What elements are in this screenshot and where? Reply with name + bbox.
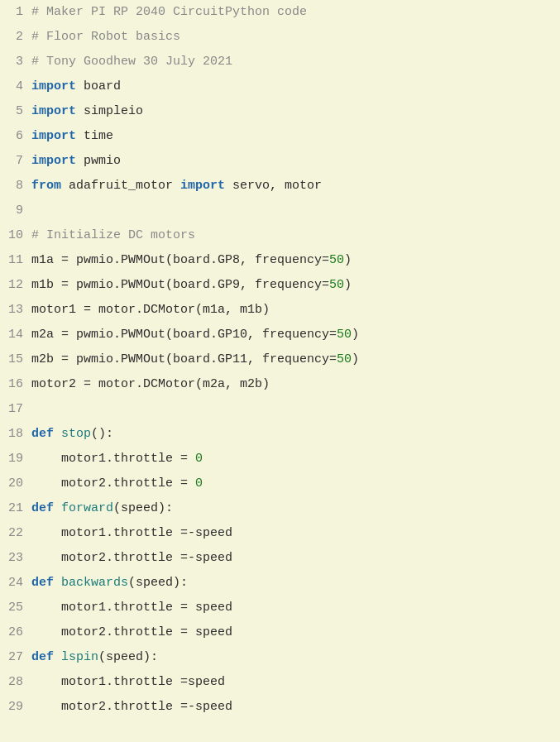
code-line: 13motor1 = motor.DCMotor(m1a, m1b) xyxy=(0,298,560,323)
line-content: motor1.throttle = 0 xyxy=(31,447,560,472)
line-number: 17 xyxy=(0,397,31,422)
token-comment: # Maker PI RP 2040 CircuitPython code xyxy=(31,5,307,19)
line-content: def lspin(speed): xyxy=(31,645,560,670)
line-number: 15 xyxy=(0,347,31,372)
line-content: m2b = pwmio.PWMOut(board.GP11, frequency… xyxy=(31,347,560,372)
line-number: 24 xyxy=(0,571,31,596)
code-line: 7import pwmio xyxy=(0,149,560,174)
token-fn-name: forward xyxy=(61,501,113,515)
token-kw-import: import xyxy=(180,179,225,193)
token-normal: (speed): xyxy=(128,576,188,590)
line-number: 14 xyxy=(0,323,31,347)
token-kw-import: import xyxy=(31,104,76,118)
line-number: 26 xyxy=(0,620,31,645)
line-number: 27 xyxy=(0,645,31,670)
code-line: 14m2a = pwmio.PWMOut(board.GP10, frequen… xyxy=(0,323,560,347)
token-normal: (speed): xyxy=(98,650,158,664)
token-normal xyxy=(54,427,61,441)
token-normal: ) xyxy=(352,328,359,342)
line-number: 6 xyxy=(0,124,31,149)
token-number: 50 xyxy=(329,278,344,292)
line-content: motor2.throttle =-speed xyxy=(31,695,560,720)
line-content: motor1.throttle = speed xyxy=(31,596,560,620)
code-line: 15m2b = pwmio.PWMOut(board.GP11, frequen… xyxy=(0,347,560,372)
token-normal xyxy=(54,650,61,664)
code-line: 16motor2 = motor.DCMotor(m2a, m2b) xyxy=(0,372,560,397)
line-number: 23 xyxy=(0,546,31,571)
token-normal xyxy=(54,501,61,515)
token-normal: time xyxy=(76,129,113,143)
line-content: def stop(): xyxy=(31,422,560,447)
token-normal: m1a = pwmio.PWMOut(board.GP8, frequency= xyxy=(31,253,329,267)
line-number: 20 xyxy=(0,472,31,496)
line-number: 9 xyxy=(0,199,31,223)
line-number: 18 xyxy=(0,422,31,447)
line-number: 7 xyxy=(0,149,31,174)
line-content: import time xyxy=(31,124,560,149)
line-number: 8 xyxy=(0,174,31,199)
code-line: 18def stop(): xyxy=(0,422,560,447)
line-content: m2a = pwmio.PWMOut(board.GP10, frequency… xyxy=(31,323,560,347)
line-content: m1b = pwmio.PWMOut(board.GP9, frequency=… xyxy=(31,273,560,298)
line-content: def backwards(speed): xyxy=(31,571,560,596)
code-line: 9 xyxy=(0,199,560,223)
code-line: 2# Floor Robot basics xyxy=(0,25,560,50)
code-line: 3# Tony Goodhew 30 July 2021 xyxy=(0,50,560,74)
token-normal: ) xyxy=(344,278,352,292)
token-normal: simpleio xyxy=(76,104,143,118)
token-comment: # Tony Goodhew 30 July 2021 xyxy=(31,55,232,69)
line-content: import board xyxy=(31,74,560,99)
line-content: import simpleio xyxy=(31,99,560,124)
code-line: 10# Initialize DC motors xyxy=(0,223,560,248)
line-number: 25 xyxy=(0,596,31,620)
token-normal: m2a = pwmio.PWMOut(board.GP10, frequency… xyxy=(31,328,337,342)
token-fn-name: stop xyxy=(61,427,91,441)
token-normal: motor1.throttle = xyxy=(31,452,195,466)
token-comment: # Initialize DC motors xyxy=(31,228,195,242)
line-content: import pwmio xyxy=(31,149,560,174)
token-normal: adafruit_motor xyxy=(61,179,180,193)
token-normal: motor2.throttle = xyxy=(31,476,195,491)
code-line: 23 motor2.throttle =-speed xyxy=(0,546,560,571)
token-normal: ) xyxy=(352,352,359,366)
line-content: def forward(speed): xyxy=(31,496,560,521)
line-content: from adafruit_motor import servo, motor xyxy=(31,174,560,199)
token-number: 50 xyxy=(329,253,344,267)
code-line: 12m1b = pwmio.PWMOut(board.GP9, frequenc… xyxy=(0,273,560,298)
line-number: 28 xyxy=(0,670,31,695)
line-number: 2 xyxy=(0,25,31,50)
token-fn-name: backwards xyxy=(61,576,128,590)
token-kw-import: import xyxy=(31,154,76,168)
line-number: 22 xyxy=(0,521,31,546)
token-normal: motor2 = motor.DCMotor(m2a, m2b) xyxy=(31,377,270,391)
token-normal xyxy=(54,576,61,590)
line-number: 19 xyxy=(0,447,31,472)
code-editor: 1# Maker PI RP 2040 CircuitPython code2#… xyxy=(0,0,560,742)
code-line: 5import simpleio xyxy=(0,99,560,124)
token-normal: motor2.throttle =-speed xyxy=(31,700,232,714)
line-number: 11 xyxy=(0,248,31,273)
token-normal: (speed): xyxy=(113,501,173,515)
token-normal: ) xyxy=(344,253,352,267)
line-number: 4 xyxy=(0,74,31,99)
line-number: 5 xyxy=(0,99,31,124)
token-normal: m1b = pwmio.PWMOut(board.GP9, frequency= xyxy=(31,278,329,292)
token-normal: motor1 = motor.DCMotor(m1a, m1b) xyxy=(31,303,270,317)
code-line: 25 motor1.throttle = speed xyxy=(0,596,560,620)
line-content: # Tony Goodhew 30 July 2021 xyxy=(31,50,560,74)
token-normal: board xyxy=(76,79,121,93)
line-number: 10 xyxy=(0,223,31,248)
token-normal: motor2.throttle =-speed xyxy=(31,551,232,565)
token-number: 0 xyxy=(195,476,203,491)
token-normal: motor1.throttle = speed xyxy=(31,601,232,615)
line-number: 21 xyxy=(0,496,31,521)
token-normal: m2b = pwmio.PWMOut(board.GP11, frequency… xyxy=(31,352,337,366)
line-content: motor2.throttle = 0 xyxy=(31,472,560,496)
line-content: # Maker PI RP 2040 CircuitPython code xyxy=(31,0,560,25)
code-line: 28 motor1.throttle =speed xyxy=(0,670,560,695)
code-line: 11m1a = pwmio.PWMOut(board.GP8, frequenc… xyxy=(0,248,560,273)
code-line: 27def lspin(speed): xyxy=(0,645,560,670)
line-content: motor2.throttle =-speed xyxy=(31,546,560,571)
line-content: motor1.throttle =-speed xyxy=(31,521,560,546)
code-line: 8from adafruit_motor import servo, motor xyxy=(0,174,560,199)
